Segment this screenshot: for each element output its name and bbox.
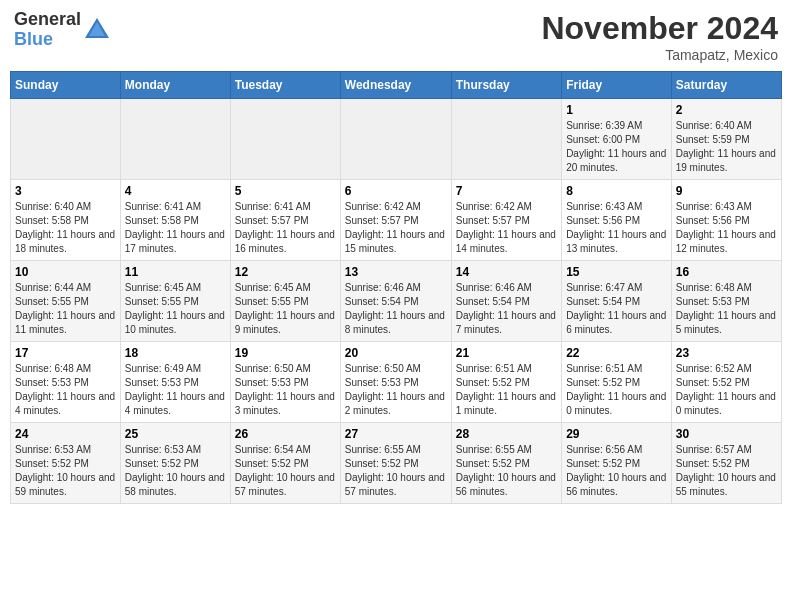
weekday-header-wednesday: Wednesday — [340, 72, 451, 99]
day-info: Sunrise: 6:43 AM Sunset: 5:56 PM Dayligh… — [566, 200, 667, 256]
day-number: 22 — [566, 346, 667, 360]
day-info: Sunrise: 6:50 AM Sunset: 5:53 PM Dayligh… — [345, 362, 447, 418]
title-block: November 2024 Tamapatz, Mexico — [541, 10, 778, 63]
calendar-cell — [120, 99, 230, 180]
day-info: Sunrise: 6:50 AM Sunset: 5:53 PM Dayligh… — [235, 362, 336, 418]
day-number: 24 — [15, 427, 116, 441]
calendar-cell: 22Sunrise: 6:51 AM Sunset: 5:52 PM Dayli… — [562, 342, 672, 423]
logo-text: GeneralBlue — [14, 10, 81, 50]
calendar-cell: 25Sunrise: 6:53 AM Sunset: 5:52 PM Dayli… — [120, 423, 230, 504]
day-number: 27 — [345, 427, 447, 441]
day-number: 3 — [15, 184, 116, 198]
day-number: 10 — [15, 265, 116, 279]
day-number: 9 — [676, 184, 777, 198]
calendar-cell: 30Sunrise: 6:57 AM Sunset: 5:52 PM Dayli… — [671, 423, 781, 504]
day-info: Sunrise: 6:55 AM Sunset: 5:52 PM Dayligh… — [345, 443, 447, 499]
calendar-week-row: 10Sunrise: 6:44 AM Sunset: 5:55 PM Dayli… — [11, 261, 782, 342]
calendar-cell: 9Sunrise: 6:43 AM Sunset: 5:56 PM Daylig… — [671, 180, 781, 261]
day-number: 16 — [676, 265, 777, 279]
calendar-cell — [11, 99, 121, 180]
weekday-header-saturday: Saturday — [671, 72, 781, 99]
weekday-header-tuesday: Tuesday — [230, 72, 340, 99]
day-info: Sunrise: 6:45 AM Sunset: 5:55 PM Dayligh… — [125, 281, 226, 337]
day-info: Sunrise: 6:46 AM Sunset: 5:54 PM Dayligh… — [456, 281, 557, 337]
calendar-cell: 28Sunrise: 6:55 AM Sunset: 5:52 PM Dayli… — [451, 423, 561, 504]
day-number: 11 — [125, 265, 226, 279]
day-number: 17 — [15, 346, 116, 360]
calendar-cell: 6Sunrise: 6:42 AM Sunset: 5:57 PM Daylig… — [340, 180, 451, 261]
weekday-header-sunday: Sunday — [11, 72, 121, 99]
day-number: 6 — [345, 184, 447, 198]
calendar-cell: 19Sunrise: 6:50 AM Sunset: 5:53 PM Dayli… — [230, 342, 340, 423]
day-number: 20 — [345, 346, 447, 360]
calendar-cell — [230, 99, 340, 180]
calendar-cell: 23Sunrise: 6:52 AM Sunset: 5:52 PM Dayli… — [671, 342, 781, 423]
day-number: 30 — [676, 427, 777, 441]
logo-icon — [83, 16, 111, 44]
page-header: GeneralBlue November 2024 Tamapatz, Mexi… — [10, 10, 782, 63]
calendar-cell: 4Sunrise: 6:41 AM Sunset: 5:58 PM Daylig… — [120, 180, 230, 261]
day-info: Sunrise: 6:44 AM Sunset: 5:55 PM Dayligh… — [15, 281, 116, 337]
calendar-cell: 8Sunrise: 6:43 AM Sunset: 5:56 PM Daylig… — [562, 180, 672, 261]
day-info: Sunrise: 6:55 AM Sunset: 5:52 PM Dayligh… — [456, 443, 557, 499]
day-number: 4 — [125, 184, 226, 198]
day-info: Sunrise: 6:47 AM Sunset: 5:54 PM Dayligh… — [566, 281, 667, 337]
calendar-cell: 7Sunrise: 6:42 AM Sunset: 5:57 PM Daylig… — [451, 180, 561, 261]
calendar-cell: 15Sunrise: 6:47 AM Sunset: 5:54 PM Dayli… — [562, 261, 672, 342]
day-number: 28 — [456, 427, 557, 441]
day-info: Sunrise: 6:53 AM Sunset: 5:52 PM Dayligh… — [15, 443, 116, 499]
day-info: Sunrise: 6:49 AM Sunset: 5:53 PM Dayligh… — [125, 362, 226, 418]
day-info: Sunrise: 6:40 AM Sunset: 5:58 PM Dayligh… — [15, 200, 116, 256]
location: Tamapatz, Mexico — [541, 47, 778, 63]
calendar-cell: 18Sunrise: 6:49 AM Sunset: 5:53 PM Dayli… — [120, 342, 230, 423]
calendar-cell: 12Sunrise: 6:45 AM Sunset: 5:55 PM Dayli… — [230, 261, 340, 342]
calendar-cell: 20Sunrise: 6:50 AM Sunset: 5:53 PM Dayli… — [340, 342, 451, 423]
day-info: Sunrise: 6:42 AM Sunset: 5:57 PM Dayligh… — [345, 200, 447, 256]
day-info: Sunrise: 6:39 AM Sunset: 6:00 PM Dayligh… — [566, 119, 667, 175]
day-number: 8 — [566, 184, 667, 198]
day-number: 29 — [566, 427, 667, 441]
day-number: 14 — [456, 265, 557, 279]
day-info: Sunrise: 6:43 AM Sunset: 5:56 PM Dayligh… — [676, 200, 777, 256]
calendar-cell — [451, 99, 561, 180]
calendar-cell: 21Sunrise: 6:51 AM Sunset: 5:52 PM Dayli… — [451, 342, 561, 423]
day-info: Sunrise: 6:54 AM Sunset: 5:52 PM Dayligh… — [235, 443, 336, 499]
day-number: 25 — [125, 427, 226, 441]
day-number: 2 — [676, 103, 777, 117]
calendar-week-row: 24Sunrise: 6:53 AM Sunset: 5:52 PM Dayli… — [11, 423, 782, 504]
day-number: 7 — [456, 184, 557, 198]
calendar-cell: 14Sunrise: 6:46 AM Sunset: 5:54 PM Dayli… — [451, 261, 561, 342]
day-info: Sunrise: 6:48 AM Sunset: 5:53 PM Dayligh… — [676, 281, 777, 337]
day-info: Sunrise: 6:53 AM Sunset: 5:52 PM Dayligh… — [125, 443, 226, 499]
calendar-cell: 24Sunrise: 6:53 AM Sunset: 5:52 PM Dayli… — [11, 423, 121, 504]
day-info: Sunrise: 6:42 AM Sunset: 5:57 PM Dayligh… — [456, 200, 557, 256]
weekday-header-monday: Monday — [120, 72, 230, 99]
calendar-cell: 10Sunrise: 6:44 AM Sunset: 5:55 PM Dayli… — [11, 261, 121, 342]
day-number: 19 — [235, 346, 336, 360]
day-number: 1 — [566, 103, 667, 117]
day-number: 15 — [566, 265, 667, 279]
day-info: Sunrise: 6:51 AM Sunset: 5:52 PM Dayligh… — [566, 362, 667, 418]
day-number: 21 — [456, 346, 557, 360]
day-info: Sunrise: 6:56 AM Sunset: 5:52 PM Dayligh… — [566, 443, 667, 499]
day-info: Sunrise: 6:41 AM Sunset: 5:58 PM Dayligh… — [125, 200, 226, 256]
calendar-week-row: 17Sunrise: 6:48 AM Sunset: 5:53 PM Dayli… — [11, 342, 782, 423]
weekday-header-friday: Friday — [562, 72, 672, 99]
month-title: November 2024 — [541, 10, 778, 47]
calendar-cell: 16Sunrise: 6:48 AM Sunset: 5:53 PM Dayli… — [671, 261, 781, 342]
day-info: Sunrise: 6:48 AM Sunset: 5:53 PM Dayligh… — [15, 362, 116, 418]
calendar-cell: 29Sunrise: 6:56 AM Sunset: 5:52 PM Dayli… — [562, 423, 672, 504]
day-number: 23 — [676, 346, 777, 360]
day-info: Sunrise: 6:41 AM Sunset: 5:57 PM Dayligh… — [235, 200, 336, 256]
calendar-cell: 26Sunrise: 6:54 AM Sunset: 5:52 PM Dayli… — [230, 423, 340, 504]
calendar-cell: 3Sunrise: 6:40 AM Sunset: 5:58 PM Daylig… — [11, 180, 121, 261]
day-info: Sunrise: 6:51 AM Sunset: 5:52 PM Dayligh… — [456, 362, 557, 418]
calendar-week-row: 1Sunrise: 6:39 AM Sunset: 6:00 PM Daylig… — [11, 99, 782, 180]
day-number: 26 — [235, 427, 336, 441]
calendar-cell: 13Sunrise: 6:46 AM Sunset: 5:54 PM Dayli… — [340, 261, 451, 342]
day-info: Sunrise: 6:45 AM Sunset: 5:55 PM Dayligh… — [235, 281, 336, 337]
calendar-cell: 1Sunrise: 6:39 AM Sunset: 6:00 PM Daylig… — [562, 99, 672, 180]
calendar-cell: 2Sunrise: 6:40 AM Sunset: 5:59 PM Daylig… — [671, 99, 781, 180]
weekday-header-thursday: Thursday — [451, 72, 561, 99]
day-number: 13 — [345, 265, 447, 279]
